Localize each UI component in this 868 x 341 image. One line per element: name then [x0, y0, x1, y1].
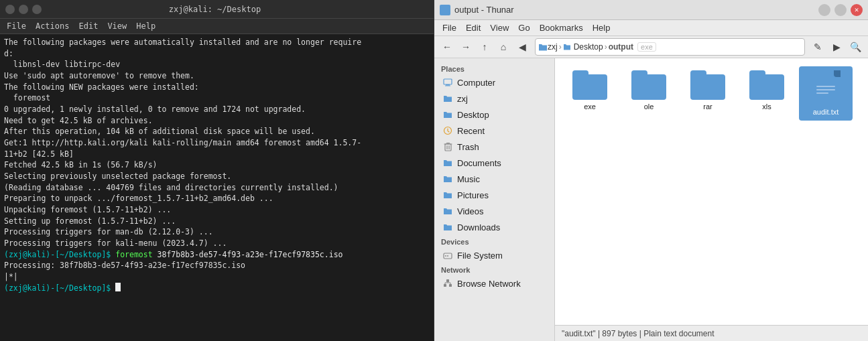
up-button[interactable]: ↑	[476, 38, 493, 56]
thunar-title-text: output - Thunar	[454, 5, 514, 15]
prompt1-sep: -	[50, 249, 55, 261]
sidebar-label-browse-network: Browse Network	[457, 279, 521, 289]
svg-rect-9	[446, 279, 449, 282]
term-line-12: Selecting previously unselected package …	[4, 171, 430, 182]
term-line-0: The following packages were automaticall…	[4, 37, 430, 48]
folder-icon-ole	[631, 70, 666, 100]
thunar-menu-bookmarks[interactable]: Bookmarks	[536, 21, 587, 34]
addr-parent[interactable]: Desktop	[563, 42, 603, 52]
term-line-13: (Reading database ... 404769 files and d…	[4, 182, 430, 194]
addr-home-icon[interactable]	[538, 42, 548, 52]
file-item-audit[interactable]: audit.txt	[799, 66, 853, 121]
svg-point-7	[447, 255, 448, 257]
file-label-audit: audit.txt	[813, 108, 839, 117]
sidebar-label-documents: Documents	[457, 158, 501, 168]
network-label: Network	[434, 263, 554, 275]
edit-path-button[interactable]: ✎	[809, 38, 826, 56]
term-prompt-1: (zxj@kali) - [~/Desktop] $ foremost 38f7…	[4, 249, 430, 261]
prompt1-cmd: foremost	[115, 249, 152, 261]
thunar-menu-go[interactable]: Go	[514, 21, 534, 34]
thunar-menu-file[interactable]: File	[438, 21, 460, 34]
term-line-8: After this operation, 104 kB of addition…	[4, 126, 430, 137]
thunar-window-controls: ✕	[818, 4, 863, 16]
term-line-4: The following NEW packages were installe…	[4, 82, 430, 93]
svg-rect-1	[446, 84, 450, 86]
sidebar-label-pictures: Pictures	[457, 190, 489, 200]
home-button[interactable]: ⌂	[495, 38, 512, 56]
terminal-menu-edit[interactable]: Edit	[74, 20, 102, 32]
terminal-ctrl-btn-2[interactable]	[19, 5, 28, 14]
sidebar-item-documents[interactable]: Documents	[436, 155, 553, 171]
sidebar-item-browse-network[interactable]: Browse Network	[436, 275, 553, 291]
address-bar[interactable]: zxj › Desktop › output exe	[535, 38, 805, 56]
addr-user[interactable]: zxj	[548, 42, 558, 52]
recent-icon	[442, 125, 453, 136]
statusbar-text: "audit.txt" | 897 bytes | Plain text doc…	[562, 329, 715, 338]
txt-file-icon-audit	[811, 70, 841, 105]
thunar-toolbar: ← → ↑ ⌂ ◀ zxj › Desktop › output exe ✎ ▶…	[434, 36, 868, 58]
term-line-10: 11+b2 [42.5 kB]	[4, 149, 430, 160]
places-label: Places	[434, 62, 554, 74]
addr-extra: exe	[637, 42, 656, 52]
more-button[interactable]: ▶	[828, 38, 845, 56]
sidebar-item-trash[interactable]: Trash	[436, 139, 553, 155]
thunar-titlebar: output - Thunar ✕	[434, 0, 868, 20]
sidebar-label-computer: Computer	[457, 78, 495, 88]
sidebar-label-zxj: zxj	[457, 94, 468, 104]
file-item-xls[interactable]: xls	[740, 66, 794, 121]
svg-rect-4	[445, 144, 451, 151]
folder-icon-zxj	[442, 93, 453, 104]
prompt2-dir: [~/Desktop]	[55, 283, 106, 294]
terminal-menubar: File Actions Edit View Help	[0, 19, 434, 34]
thunar-menubar: File Edit View Go Bookmarks Help	[434, 20, 868, 36]
term-line-17: Processing triggers for man-db (2.12.0-3…	[4, 226, 430, 238]
svg-rect-0	[444, 79, 452, 84]
prompt2-sym: $	[106, 283, 115, 294]
thunar-maximize-btn[interactable]	[834, 4, 847, 16]
terminal-menu-help[interactable]: Help	[132, 20, 160, 32]
sidebar-item-filesystem[interactable]: File System	[436, 247, 553, 263]
term-processing: Processing: 38f7b8b3-de57-4f93-a23e-f17e…	[4, 260, 430, 271]
terminal-menu-actions[interactable]: Actions	[32, 20, 74, 32]
thunar-body: Places Computer zxj	[434, 58, 868, 341]
sidebar-item-pictures[interactable]: Pictures	[436, 187, 553, 203]
terminal-cursor	[115, 283, 121, 291]
prompt2-sep: -	[50, 283, 55, 294]
folder-icon-exe	[572, 70, 607, 100]
thunar-window: output - Thunar ✕ File Edit View Go Book…	[434, 0, 868, 341]
term-line-5: foremost	[4, 92, 430, 104]
search-button[interactable]: 🔍	[847, 38, 864, 56]
file-label-rar: rar	[703, 103, 712, 111]
nav-left-button[interactable]: ◀	[513, 38, 531, 56]
sidebar-item-computer[interactable]: Computer	[436, 74, 553, 90]
term-prompt-2: (zxj@kali) - [~/Desktop] $	[4, 283, 430, 294]
sidebar-item-recent[interactable]: Recent	[436, 123, 553, 139]
downloads-icon	[442, 222, 453, 232]
term-line-7: Need to get 42.5 kB of archives.	[4, 115, 430, 127]
sidebar-item-desktop[interactable]: Desktop	[436, 107, 553, 123]
file-item-exe[interactable]: exe	[563, 66, 617, 121]
sidebar-item-downloads[interactable]: Downloads	[436, 219, 553, 235]
prompt1-dir: [~/Desktop]	[55, 249, 106, 261]
sidebar-item-videos[interactable]: Videos	[436, 203, 553, 219]
terminal-ctrl-btn-1[interactable]	[5, 5, 15, 14]
sidebar-item-music[interactable]: Music	[436, 171, 553, 187]
thunar-minimize-btn[interactable]	[818, 4, 830, 16]
terminal-menu-file[interactable]: File	[3, 20, 30, 32]
terminal-titlebar: zxj@kali: ~/Desktop	[0, 0, 434, 19]
terminal-window: zxj@kali: ~/Desktop File Actions Edit Vi…	[0, 0, 434, 341]
thunar-menu-edit[interactable]: Edit	[462, 21, 485, 34]
back-button[interactable]: ←	[438, 38, 456, 56]
sidebar-item-zxj[interactable]: zxj	[436, 90, 553, 107]
network-icon	[442, 278, 453, 289]
file-area: exe ole rar	[555, 58, 868, 341]
forward-button[interactable]: →	[457, 38, 475, 56]
thunar-menu-help[interactable]: Help	[588, 21, 615, 34]
file-item-ole[interactable]: ole	[622, 66, 676, 121]
terminal-menu-view[interactable]: View	[103, 20, 131, 32]
terminal-ctrl-btn-3[interactable]	[32, 5, 42, 14]
thunar-menu-view[interactable]: View	[486, 21, 513, 34]
file-item-rar[interactable]: rar	[681, 66, 735, 121]
thunar-close-btn[interactable]: ✕	[851, 4, 863, 16]
sidebar-label-downloads: Downloads	[457, 222, 500, 232]
